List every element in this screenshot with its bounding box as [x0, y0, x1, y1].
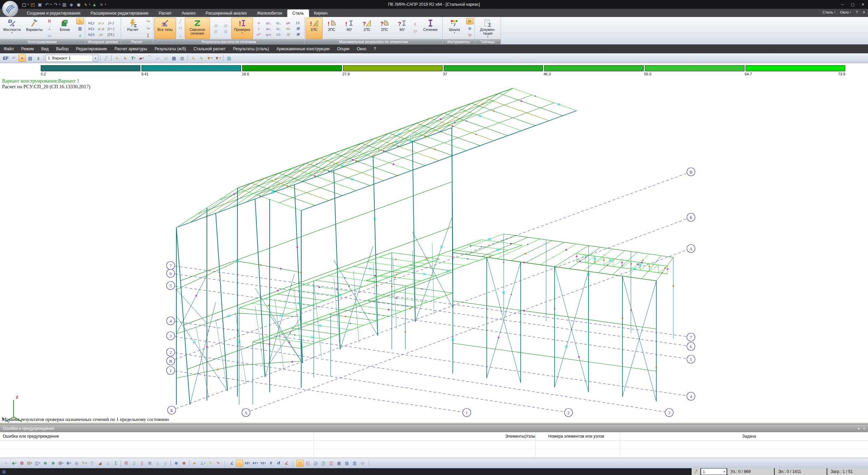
ribbon-button-ibeam[interactable]: Сечения: [420, 18, 441, 39]
archive-icon[interactable]: ▥: [61, 1, 67, 7]
ribbon-symbol-cell[interactable]: γc,s: [97, 20, 105, 25]
ribbon-button-blocks[interactable]: Блоки: [54, 18, 76, 39]
crane-icon[interactable]: ⌒: [146, 54, 153, 62]
calc-flash-b-icon[interactable]: ϟ: [198, 54, 205, 62]
undo-icon[interactable]: ↶: [44, 1, 50, 7]
tab-расчет[interactable]: Расчет: [154, 10, 177, 17]
col-error[interactable]: Ошибка или предупреждение: [0, 432, 316, 440]
ribbon-small-icon[interactable]: ⊓: [177, 25, 184, 32]
ribbon-symbol-cell[interactable]: lef,b: [87, 32, 96, 37]
ribbon-small-icon[interactable]: ▨: [76, 25, 84, 32]
ribbon-symbol-cell[interactable]: ▥: [211, 29, 220, 34]
calc-steel-icon[interactable]: ϟ: [113, 54, 121, 62]
ribbon-symbol-cell[interactable]: λz₁: [274, 26, 283, 31]
ribbon-button-check[interactable]: !Проверка▾: [231, 18, 253, 39]
save-icon[interactable]: ▣: [37, 1, 43, 7]
ribbon-small-icon[interactable]: ‼: [411, 22, 419, 28]
ribbon-symbol-cell[interactable]: λ̄f: [284, 32, 293, 37]
ribbon-button-ex-tri[interactable]: !1ПС: [306, 18, 323, 39]
view-xy-icon[interactable]: XY▾: [252, 460, 259, 467]
language-icon[interactable]: ▦: [2, 469, 6, 474]
view-yz-icon[interactable]: YZ▾: [259, 460, 267, 467]
ribbon-button-ex-beam[interactable]: !МУ: [341, 18, 358, 39]
close-button[interactable]: ✕: [858, 1, 868, 8]
menu-армокаменные-конструкции[interactable]: Армокаменные конструкции: [273, 47, 333, 51]
select-elements-icon[interactable]: ⊟▾: [26, 460, 33, 467]
ribbon-button-alltypes[interactable]: Все типы: [154, 18, 176, 39]
menu-?[interactable]: ?: [370, 47, 380, 51]
menu-результаты-ж-б-[interactable]: Результаты (ж/б): [151, 47, 190, 51]
model-viewport[interactable]: 77665544332211ВВББААZXY 0.29.4118.627.83…: [0, 63, 868, 423]
ribbon-symbol-cell[interactable]: λy₁: [274, 20, 283, 25]
ribbon-symbol-cell[interactable]: λ/λ: [274, 32, 283, 37]
variant-selector-combo[interactable]: 1. Вариант 1▼: [46, 55, 98, 62]
col-elements-nodes[interactable]: Элементы|Узлы: [316, 432, 538, 440]
maximize-button[interactable]: ▢: [848, 1, 858, 8]
view-xz-icon[interactable]: XZ▾: [244, 460, 251, 467]
new-file-icon[interactable]: ▢: [21, 1, 27, 7]
ribbon-symbol-cell[interactable]: [λ+]: [107, 26, 115, 31]
calc-flash-a-icon[interactable]: ϟ: [190, 54, 197, 62]
ribbon-right-?[interactable]: ?: [856, 10, 858, 14]
zoom-off-icon[interactable]: ⊗: [180, 460, 188, 467]
eraser-icon[interactable]: ▰▾: [138, 54, 145, 62]
ribbon-symbol-cell[interactable]: γc,φ: [97, 26, 105, 31]
select-add-icon[interactable]: ⊕: [50, 460, 57, 467]
ribbon-symbol-cell[interactable]: σ: [254, 20, 263, 25]
ribbon-symbol-cell[interactable]: τ: [254, 26, 263, 31]
iso-angle-icon[interactable]: ∠: [228, 460, 235, 467]
pin-icon[interactable]: ▾: [858, 426, 860, 431]
draw-pen-icon[interactable]: ✎▾: [81, 460, 88, 467]
lock-icon[interactable]: ⊠: [146, 460, 153, 467]
menu-режим[interactable]: Режим: [18, 47, 38, 51]
table-doc-icon[interactable]: ▦: [170, 54, 178, 62]
pencil-red-icon[interactable]: ✎: [215, 460, 222, 467]
funnel-a-icon[interactable]: ▼▾: [206, 54, 213, 62]
select-blocks-icon[interactable]: ◫▾: [34, 460, 41, 467]
ribbon-small-icon[interactable]: ╱: [177, 18, 184, 24]
select-poly-icon[interactable]: ▫: [3, 460, 10, 467]
report-icon[interactable]: ▲: [91, 1, 97, 7]
ribbon-button-stiffness[interactable]: EI+Жесткости▾: [1, 18, 23, 39]
pointer-icon[interactable]: ►: [191, 460, 198, 467]
menu-расчет-арматуры[interactable]: Расчет арматуры: [111, 47, 151, 51]
ribbon-symbol-cell[interactable]: lef,z: [87, 26, 96, 31]
ribbon-symbol-cell[interactable]: φyz: [264, 32, 273, 37]
ribbon-button-doc[interactable]: Докумен-тация▾: [476, 18, 500, 39]
ribbon-symbol-cell[interactable]: σ*: [254, 32, 263, 37]
fragment-5-icon[interactable]: ▦: [335, 460, 343, 467]
ribbon-button-q-beam[interactable]: ?МУ: [394, 18, 411, 39]
panel-close-icon[interactable]: ×: [863, 426, 865, 431]
app-logo-icon[interactable]: [2, 1, 18, 17]
col-numbers[interactable]: Номера элементов или узлов: [538, 432, 630, 440]
ribbon-symbol-cell[interactable]: f/L: [294, 20, 303, 25]
rotate-view-icon[interactable]: ↺: [275, 460, 282, 467]
ribbon-symbol-cell[interactable]: ▤: [211, 23, 220, 28]
open-icon[interactable]: ◰: [30, 1, 36, 7]
ribbon-symbol-cell[interactable]: [λ-]: [107, 20, 115, 25]
ribbon-button-q-fan[interactable]: ?2ПС: [376, 18, 393, 39]
fragment-7-icon[interactable]: ▥: [351, 460, 358, 467]
import-icon[interactable]: ◆: [69, 1, 75, 7]
ribbon-symbol-cell[interactable]: lef,y: [87, 20, 96, 25]
undo-assign-icon[interactable]: ↶: [10, 54, 18, 62]
angle-red-icon[interactable]: ∠: [283, 460, 290, 467]
hatch-rods-icon[interactable]: ▨: [26, 54, 34, 62]
ribbon-small-icon[interactable]: ⁇: [411, 29, 419, 35]
ribbon-small-icon[interactable]: ⊕: [466, 25, 474, 32]
select-circle-icon[interactable]: ◎: [73, 460, 80, 467]
perp-icon[interactable]: ⊥▾: [199, 460, 206, 467]
ribbon-symbol-cell[interactable]: φb: [284, 20, 293, 25]
minimize-button[interactable]: ─: [837, 1, 848, 8]
brush-icon[interactable]: ⌶: [112, 460, 119, 467]
fragment-pen-icon[interactable]: ◰: [296, 460, 304, 467]
ribbon-small-icon[interactable]: ✎: [76, 18, 84, 24]
tab-кирпич[interactable]: Кирпич: [309, 10, 333, 17]
ribbon-button-q-tri[interactable]: ?1ПС: [359, 18, 375, 39]
pencil-yellow-icon[interactable]: ✎: [207, 460, 214, 467]
ribbon-small-icon[interactable]: Σ: [144, 32, 152, 39]
ribbon-symbol-cell[interactable]: φy₁: [264, 20, 273, 25]
redo-icon[interactable]: ↷: [53, 1, 59, 7]
frame-tool-icon[interactable]: ⌂: [104, 460, 111, 467]
select-grid-icon[interactable]: ⊞▾: [57, 460, 64, 467]
